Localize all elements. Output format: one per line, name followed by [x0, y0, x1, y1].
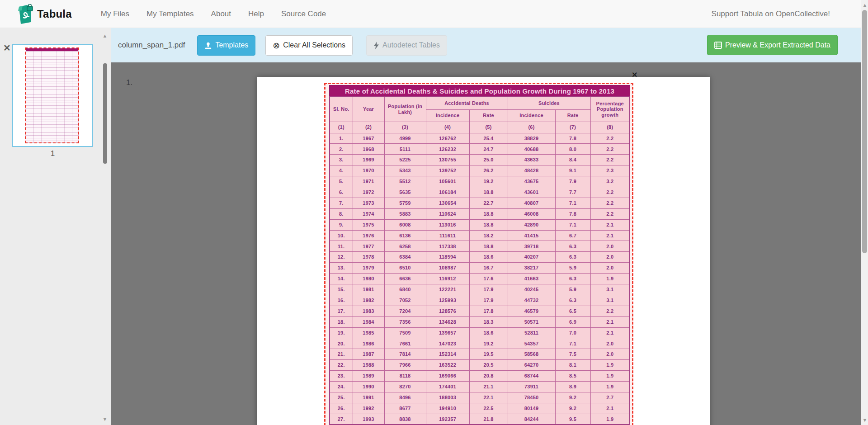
- table-cell: 26.: [330, 403, 353, 414]
- sidebar-scroll-thumb[interactable]: [103, 63, 107, 164]
- table-cell: 1975: [353, 219, 384, 230]
- table-row: 16.1982705212599317.9447326.33.1: [330, 295, 630, 306]
- table-cell: 130755: [426, 155, 469, 165]
- table-row: 19.1985750913965718.6528117.02.1: [330, 327, 630, 338]
- table-row: 21.1987781415231419.5585687.52.0: [330, 349, 630, 360]
- table-cell: 27.: [330, 414, 353, 425]
- table-cell: 1969: [353, 155, 384, 165]
- scroll-down-icon[interactable]: ▼: [861, 416, 868, 424]
- table-subheader-cell: Incidence: [426, 109, 469, 122]
- nav-item-about[interactable]: About: [211, 9, 231, 19]
- table-cell: 118594: [426, 252, 469, 263]
- table-cell: 17.8: [469, 306, 508, 316]
- document-workspace: 1. ✕ Rate of Accidental Deaths & Suicide…: [111, 62, 861, 425]
- nav-item-source-code[interactable]: Source Code: [281, 9, 326, 19]
- preview-export-button[interactable]: Preview & Export Extracted Data: [707, 35, 838, 55]
- templates-button[interactable]: Templates: [197, 35, 255, 56]
- table-row: 26.1992867719491022.5801499.22.1: [330, 403, 630, 414]
- table-row: 5.1971551210560119.2436757.93.2: [330, 176, 630, 187]
- nav-item-my-files[interactable]: My Files: [101, 9, 129, 19]
- brand-link[interactable]: Tabula: [17, 4, 72, 24]
- table-cell: 20.5: [469, 360, 508, 371]
- page-thumbnail[interactable]: [12, 44, 93, 147]
- table-cell: 5.9: [555, 263, 590, 274]
- table-cell: 42890: [508, 219, 555, 230]
- table-cell: 26.2: [469, 165, 508, 176]
- table-cell: 10.: [330, 230, 353, 241]
- table-cell: 40245: [508, 284, 555, 295]
- table-row: 27.1993883819235721.8842449.51.9: [330, 414, 630, 425]
- nav-item-my-templates[interactable]: My Templates: [146, 9, 194, 19]
- table-cell: 38217: [508, 263, 555, 274]
- support-link[interactable]: Support Tabula on OpenCollective!: [712, 9, 830, 19]
- table-cell: 1982: [353, 295, 384, 306]
- table-cell: 1967: [353, 133, 384, 144]
- pages-sidebar: ✕ 1 ▲ ▼: [0, 28, 111, 425]
- table-cell: 2.0: [590, 349, 630, 360]
- table-cell: 111611: [426, 230, 469, 241]
- table-cell: 188003: [426, 392, 469, 403]
- page-number-label: 1.: [126, 78, 132, 87]
- table-cell: 110624: [426, 208, 469, 219]
- table-cell: 17.9: [469, 295, 508, 306]
- table-cell: 22.: [330, 360, 353, 371]
- table-cell: 1971: [353, 176, 384, 187]
- table-cell: 22.7: [469, 198, 508, 208]
- table-header-cell: Percentage Population growth: [590, 97, 630, 122]
- table-cell: 16.7: [469, 263, 508, 274]
- table-cell: 3.1: [590, 295, 630, 306]
- table-cell: 2.0: [590, 338, 630, 349]
- table-cell: 6.3: [555, 252, 590, 263]
- clear-selections-button[interactable]: ⊗ Clear All Selections: [265, 35, 353, 56]
- page-thumbnail-number: 1: [12, 149, 93, 158]
- table-cell: 5.9: [555, 284, 590, 295]
- table-cell: 2.1: [590, 219, 630, 230]
- scroll-thumb[interactable]: [862, 10, 867, 253]
- table-row: 17.1983720412857617.8465796.52.2: [330, 306, 630, 316]
- autodetect-tables-button[interactable]: Autodetect Tables: [366, 35, 447, 56]
- table-cell: 1991: [353, 392, 384, 403]
- table-cell: 2.0: [590, 263, 630, 274]
- table-row: 8.1974588311062418.8460087.82.2: [330, 208, 630, 219]
- table-cell: 163522: [426, 360, 469, 371]
- pdf-table: Sl. No.YearPopulation (in Lakh)Accidenta…: [329, 96, 630, 425]
- table-cell: 5883: [384, 208, 426, 219]
- table-title: Rate of Accidental Deaths & Suicides and…: [329, 85, 630, 96]
- table-cell: 52811: [508, 327, 555, 338]
- table-cell: 1973: [353, 198, 384, 208]
- table-cell: 130654: [426, 198, 469, 208]
- scroll-up-icon[interactable]: ▲: [861, 1, 868, 9]
- table-cell: 7.1: [555, 219, 590, 230]
- table-cell: 2.2: [590, 208, 630, 219]
- table-cell: 3.: [330, 155, 353, 165]
- table-cell: 64270: [508, 360, 555, 371]
- table-cell: 84244: [508, 414, 555, 425]
- table-cell: 7.9: [555, 176, 590, 187]
- table-cell: 1988: [353, 360, 384, 371]
- table-cell: 17.: [330, 306, 353, 316]
- table-cell: 1981: [353, 284, 384, 295]
- main-scrollbar[interactable]: ▲ ▼: [861, 0, 868, 425]
- table-cell: 6008: [384, 219, 426, 230]
- remove-file-icon[interactable]: ✕: [3, 43, 11, 52]
- table-cell: 73911: [508, 381, 555, 392]
- table-cell: 6.3: [555, 241, 590, 252]
- table-cell: 126232: [426, 144, 469, 155]
- table-cell: 17.6: [469, 274, 508, 284]
- table-cell: 139657: [426, 327, 469, 338]
- table-cell: 8.: [330, 208, 353, 219]
- table-header-cell: Suicides: [508, 97, 590, 109]
- sidebar-scroll-up-icon[interactable]: ▲: [102, 33, 108, 39]
- table-cell: 1972: [353, 187, 384, 198]
- table-index-cell: (3): [384, 122, 426, 133]
- selection-close-icon[interactable]: ✕: [632, 71, 637, 79]
- table-cell: 18.2: [469, 230, 508, 241]
- templates-icon: [204, 42, 212, 49]
- table-cell: 16.: [330, 295, 353, 306]
- table-cell: 2.2: [590, 144, 630, 155]
- nav-item-help[interactable]: Help: [248, 9, 264, 19]
- sidebar-scroll-down-icon[interactable]: ▼: [102, 416, 108, 422]
- table-row: 9.1975600811301618.8428907.12.1: [330, 219, 630, 230]
- table-cell: 4.: [330, 165, 353, 176]
- table-cell: 18.6: [469, 327, 508, 338]
